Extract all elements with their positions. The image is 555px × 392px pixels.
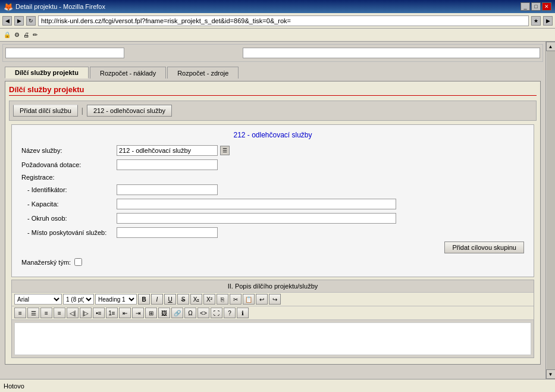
toolbar-icon-1: 🔒 — [2, 31, 12, 39]
table-button[interactable]: ⊞ — [145, 308, 157, 318]
strikethrough-button[interactable]: S — [177, 294, 189, 305]
toolbar-icon-3: 🖨 — [22, 31, 30, 39]
content-area: Dílčí služby projektu Rozpočet - náklady… — [0, 42, 545, 379]
go-icon[interactable]: ▶ — [543, 16, 553, 26]
toolbar-icon-2: ⚙ — [13, 31, 21, 39]
close-button[interactable]: ✕ — [542, 2, 551, 11]
scroll-down-button[interactable]: ▼ — [546, 369, 556, 379]
superscript-button[interactable]: X² — [203, 294, 215, 305]
form-row-pozadovana: Požadovaná dotace: — [21, 159, 524, 170]
size-select[interactable]: 1 (8 pt) 2 (10 pt) 3 (12 pt) — [63, 294, 94, 305]
status-text: Hotovo — [4, 382, 24, 390]
editor-toolbar-row2: ≡ ☰ ≡ ≡ ◁| |▷ •≡ 1≡ ⇤ ⇥ ⊞ 🖼 🔗 Ω <> ⛶ ? — [12, 306, 534, 320]
minimize-button[interactable]: _ — [520, 2, 530, 11]
tab-zdroje[interactable]: Rozpočet - zdroje — [167, 67, 239, 79]
form-row-registrace: Registrace: — [21, 174, 524, 181]
service-name-group: ☰ — [117, 145, 230, 156]
unordered-list-button[interactable]: •≡ — [93, 308, 105, 318]
redo-button[interactable]: ↪ — [269, 294, 281, 305]
toolbar-icon-4: ✏ — [32, 31, 39, 39]
window-controls[interactable]: _ □ ✕ — [520, 2, 551, 11]
tab-dilci[interactable]: Dílčí služby projektu — [5, 67, 89, 79]
nazev-label: Název služby: — [21, 147, 117, 154]
editor-section-title: II. Popis dílčího projektu/služby — [12, 280, 534, 293]
indent-less-button[interactable]: ◁| — [67, 308, 79, 318]
fullscreen-button[interactable]: ⛶ — [211, 308, 222, 318]
source-button[interactable]: <> — [197, 308, 209, 318]
indent-more-button[interactable]: |▷ — [80, 308, 92, 318]
add-service-button[interactable]: Přidat dílčí službu — [13, 105, 78, 117]
scroll-up-button[interactable]: ▲ — [546, 42, 556, 51]
okruh-input[interactable] — [117, 213, 396, 224]
pozadovana-input[interactable] — [117, 159, 218, 170]
identifikator-input[interactable] — [117, 184, 218, 195]
cut-button[interactable]: ✂ — [230, 294, 242, 305]
image-button[interactable]: 🖼 — [158, 308, 170, 318]
align-justify-button[interactable]: ≡ — [54, 308, 65, 318]
kapacita-label: - Kapacita: — [21, 200, 117, 208]
scrollbar-track[interactable] — [547, 51, 555, 369]
form-row-misto: - Místo poskytování služeb: — [21, 227, 524, 238]
italic-button[interactable]: I — [151, 294, 163, 305]
editor-section: II. Popis dílčího projektu/služby Arial … — [11, 280, 534, 358]
link-button[interactable]: 🔗 — [171, 308, 183, 318]
okruh-label: - Okruh osob: — [21, 215, 117, 222]
subscript-button[interactable]: X₂ — [190, 294, 202, 305]
indent-button[interactable]: ⇥ — [132, 308, 144, 318]
address-bar: ◀ ▶ ↻ ★ ▶ — [0, 13, 555, 29]
misto-input[interactable] — [117, 227, 218, 238]
bold-button[interactable]: B — [138, 294, 150, 305]
nazev-input[interactable] — [117, 145, 218, 156]
separator: | — [81, 106, 83, 115]
undo-button[interactable]: ↩ — [256, 294, 268, 305]
browser-toolbar: 🔒 ⚙ 🖨 ✏ — [0, 29, 555, 42]
copy-button[interactable]: ⎘ — [217, 294, 228, 305]
heading-select[interactable]: Heading 1 Heading 2 Normal — [95, 294, 137, 305]
form-row-nazev: Název služby: ☰ — [21, 145, 524, 156]
title-bar: 🦊 Detail projektu - Mozilla Firefox _ □ … — [0, 0, 555, 13]
font-select[interactable]: Arial Times New Roman Courier New — [14, 294, 62, 305]
add-group-button[interactable]: Přidat cílovou skupinu — [444, 242, 524, 253]
tab-naklady[interactable]: Rozpočet - náklady — [90, 67, 166, 79]
align-right-button[interactable]: ≡ — [40, 308, 52, 318]
registrace-label: Registrace: — [21, 174, 117, 181]
browser-icon: 🦊 — [4, 2, 13, 11]
scrollbar: ▲ ▼ — [545, 42, 555, 379]
forward-icon[interactable]: ▶ — [14, 16, 24, 26]
editor-toolbar-row1: Arial Times New Roman Courier New 1 (8 p… — [12, 293, 534, 306]
help-button[interactable]: ? — [224, 308, 236, 318]
ordered-list-button[interactable]: 1≡ — [106, 308, 118, 318]
managersky-label: Manažerský tým: — [21, 259, 71, 266]
misto-label: - Místo poskytování služeb: — [21, 229, 117, 236]
form-row-identifikator: - Identifikátor: — [21, 184, 524, 195]
managersky-checkbox[interactable] — [74, 258, 82, 266]
status-bar: Hotovo — [0, 379, 555, 392]
inner-section: Přidat dílčí službu | 212 - odlehčovací … — [9, 101, 537, 121]
back-icon[interactable]: ◀ — [2, 16, 12, 26]
underline-button[interactable]: U — [164, 294, 176, 305]
main-area: Dílčí služby projektu Rozpočet - náklady… — [0, 42, 555, 379]
paste-button[interactable]: 📋 — [243, 294, 255, 305]
outdent-button[interactable]: ⇤ — [119, 308, 131, 318]
refresh-icon[interactable]: ↻ — [26, 16, 36, 26]
address-input[interactable] — [38, 15, 529, 26]
special-char-button[interactable]: Ω — [184, 308, 196, 318]
identifikator-label: - Identifikátor: — [21, 186, 117, 193]
kapacita-input[interactable] — [117, 199, 396, 209]
align-left-button[interactable]: ≡ — [14, 308, 26, 318]
form-row-okruh: - Okruh osob: — [21, 213, 524, 224]
form-section: 212 - odlehčovací služby Název služby: ☰… — [11, 124, 534, 277]
section-title: Dílčí služby projektu — [9, 85, 537, 96]
info-button[interactable]: ℹ — [237, 308, 249, 318]
tab-bar: Dílčí služby projektu Rozpočet - náklady… — [2, 64, 543, 79]
bookmark-icon[interactable]: ★ — [531, 16, 541, 26]
editor-content[interactable] — [14, 322, 531, 355]
form-section-title: 212 - odlehčovací služby — [21, 131, 524, 139]
list-icon[interactable]: ☰ — [220, 146, 230, 155]
form-row-kapacita: - Kapacita: — [21, 199, 524, 209]
maximize-button[interactable]: □ — [531, 2, 541, 11]
service-tag: 212 - odlehčovací služby — [87, 105, 172, 117]
pozadovana-label: Požadovaná dotace: — [21, 161, 117, 168]
section-panel: Dílčí služby projektu Přidat dílčí služb… — [5, 81, 541, 365]
align-center-button[interactable]: ☰ — [27, 308, 39, 318]
